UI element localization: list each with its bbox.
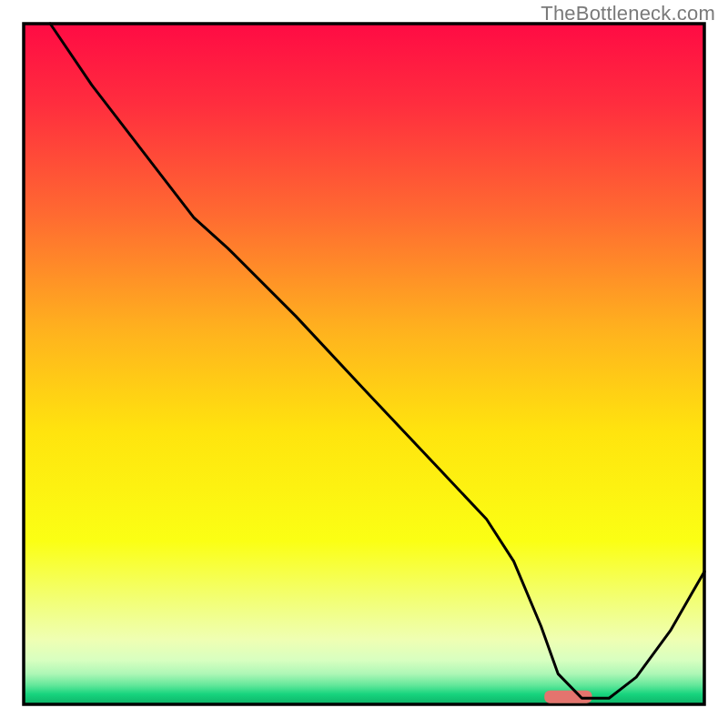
bottleneck-chart: TheBottleneck.com	[0, 0, 728, 728]
watermark-text: TheBottleneck.com	[541, 2, 715, 25]
plot-area	[24, 24, 704, 704]
chart-svg	[0, 0, 728, 728]
